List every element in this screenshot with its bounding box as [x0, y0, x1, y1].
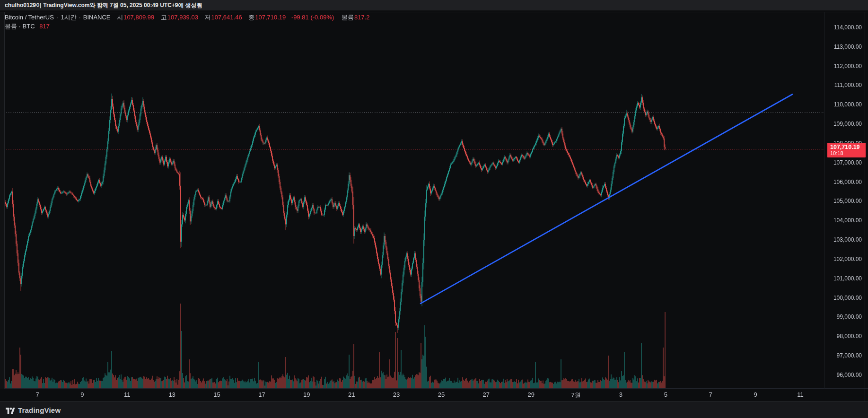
price-tick-label: 107,000.00 [826, 159, 862, 166]
price-tick-label: 112,000.00 [826, 63, 862, 70]
time-scale[interactable]: 79111315171921232527297월357911 [0, 389, 824, 401]
price-tick-label: 111,000.00 [826, 82, 862, 88]
price-chart-canvas[interactable] [0, 0, 868, 418]
time-tick-label: 11 [117, 391, 138, 398]
time-tick-label: 25 [431, 391, 452, 398]
time-tick-label: 3 [610, 391, 631, 398]
price-tick-label: 96,000.00 [826, 372, 862, 378]
footer-brand-bar: TradingView [0, 401, 868, 418]
exchange-label: BINANCE [83, 14, 111, 21]
last-price-value: 107,710.19 [830, 144, 866, 150]
separator-dot: · [79, 14, 80, 21]
price-tick-label: 98,000.00 [826, 333, 862, 340]
price-tick-label: 100,000.00 [826, 295, 862, 301]
price-tick-label: 109,000.00 [826, 121, 862, 127]
time-tick-label: 7 [700, 391, 721, 398]
open-value: 107,809.99 [123, 14, 154, 21]
price-tick-label: 103,000.00 [826, 236, 862, 243]
time-tick-label: 7월 [566, 391, 587, 400]
price-tick-label: 102,000.00 [826, 256, 862, 262]
interval-label[interactable]: 1시간 [61, 14, 76, 21]
price-tick-label: 99,000.00 [826, 314, 862, 320]
price-tick-label: 110,000.00 [826, 101, 862, 108]
change-value: -99.81 (-0.09%) [291, 14, 334, 21]
time-tick-label: 15 [207, 391, 228, 398]
time-tick-label: 9 [745, 391, 766, 398]
price-tick-label: 114,000.00 [826, 24, 862, 31]
last-price-label: 107,710.19 10:18 [827, 143, 866, 157]
time-tick-label: 19 [296, 391, 317, 398]
price-tick-label: 106,000.00 [826, 179, 862, 185]
time-tick-label: 29 [521, 391, 542, 398]
time-tick-label: 17 [251, 391, 272, 398]
chart-left-edge [0, 12, 5, 389]
volume-study-value: 817 [39, 23, 50, 30]
price-scale[interactable]: 107,710.19 10:18 114,000.00113,000.00112… [824, 12, 868, 389]
tradingview-brand-text[interactable]: TradingView [18, 406, 61, 414]
chart-legend[interactable]: Bitcoin / TetherUS·1시간·BINANCE 시107,809.… [5, 13, 369, 31]
time-tick-label: 27 [476, 391, 497, 398]
time-tick-label: 21 [341, 391, 362, 398]
time-tick-label: 7 [27, 391, 48, 398]
price-tick-label: 104,000.00 [826, 217, 862, 224]
volume-label: 볼륨 [342, 14, 354, 21]
low-label: 저 [205, 14, 211, 21]
price-tick-label: 113,000.00 [826, 44, 862, 50]
price-tick-label: 105,000.00 [826, 198, 862, 204]
symbol-title[interactable]: Bitcoin / TetherUS [5, 14, 54, 21]
bar-countdown: 10:18 [830, 150, 866, 157]
time-tick-label: 5 [655, 391, 676, 398]
open-label: 시 [117, 14, 123, 21]
high-value: 107,939.03 [167, 14, 198, 21]
price-tick-label: 101,000.00 [826, 275, 862, 282]
volume-study-label[interactable]: 볼륨 · BTC [5, 23, 35, 30]
close-value: 107,710.19 [255, 14, 286, 21]
price-tick-label: 97,000.00 [826, 352, 862, 359]
close-label: 종 [248, 14, 254, 21]
time-tick-label: 11 [790, 391, 811, 398]
high-label: 고 [161, 14, 167, 21]
tradingview-logo-icon[interactable] [6, 406, 15, 414]
tradingview-snapshot: chulho0129이 TradingView.com와 함께 7월 05, 2… [0, 0, 868, 418]
time-tick-label: 9 [72, 391, 93, 398]
separator-dot: · [56, 14, 58, 21]
time-tick-label: 13 [162, 391, 183, 398]
legend-row-volume: 볼륨 · BTC 817 [5, 22, 369, 31]
low-value: 107,641.46 [211, 14, 242, 21]
time-tick-label: 23 [386, 391, 407, 398]
volume-value: 817.2 [354, 14, 370, 21]
legend-row-main: Bitcoin / TetherUS·1시간·BINANCE 시107,809.… [5, 13, 369, 22]
